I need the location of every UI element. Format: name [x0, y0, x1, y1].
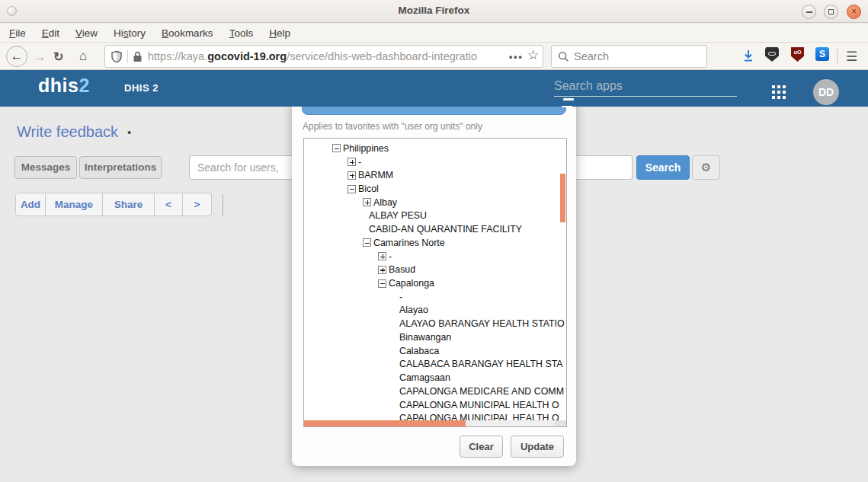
ublock-origin-icon[interactable]: uO	[791, 47, 804, 62]
tree-label[interactable]: Capalonga	[389, 278, 434, 289]
clear-button[interactable]: Clear	[460, 436, 503, 458]
tree-row[interactable]: CAPALONGA MEDICARE AND COMM	[332, 385, 566, 398]
dhis2-logo[interactable]: dhis2	[38, 75, 90, 97]
vertical-scrollbar-thumb[interactable]	[560, 174, 565, 222]
url-text[interactable]: https://kaya.gocovid-19.org/service/dhis…	[148, 50, 543, 62]
app-title: DHIS 2	[124, 82, 159, 94]
interpretations-button[interactable]: Interpretations	[79, 156, 162, 179]
tree-label[interactable]: Calabaca	[399, 346, 439, 356]
tree-label[interactable]: ALAYAO BARANGAY HEALTH STATIO	[399, 318, 565, 329]
home-button[interactable]: ⌂	[79, 49, 87, 64]
tree-label[interactable]: BARMM	[358, 170, 393, 180]
manage-button[interactable]: Manage	[46, 193, 103, 216]
horizontal-scrollbar[interactable]	[304, 420, 566, 426]
tree-row[interactable]: BARMM	[332, 168, 566, 182]
search-input[interactable]	[574, 50, 688, 62]
menu-hamburger-icon[interactable]: ☰	[846, 49, 861, 65]
tree-row[interactable]: Camarines Norte	[332, 236, 566, 250]
collapse-icon[interactable]	[348, 185, 356, 193]
tree-row[interactable]: Camagsaan	[332, 371, 566, 385]
extension-privacy-icon[interactable]	[765, 47, 779, 62]
tree-row[interactable]: CALABACA BARANGAY HEALTH STA	[332, 358, 566, 372]
tree-label[interactable]: Basud	[389, 264, 415, 275]
org-unit-tree[interactable]: Philippines - BARMM Bicol Albay ALBAY PE…	[303, 138, 567, 427]
tree-row[interactable]: ALBAY PESU	[332, 209, 566, 223]
expand-icon[interactable]	[378, 252, 386, 260]
tree-label[interactable]: CABID-AN QUARANTINE FACILITY	[369, 224, 522, 235]
search-icon	[558, 51, 569, 62]
tree-label[interactable]: Camarines Norte	[373, 238, 445, 248]
menu-bookmarks[interactable]: Bookmarks	[162, 27, 213, 39]
tree-row[interactable]: Albay	[332, 196, 566, 209]
search-bar[interactable]	[551, 45, 707, 68]
menu-history[interactable]: History	[114, 27, 146, 39]
tree-row[interactable]: Basud	[332, 263, 566, 276]
lock-icon[interactable]	[133, 51, 143, 62]
tree-row[interactable]: ALAYAO BARANGAY HEALTH STATIO	[332, 317, 566, 330]
collapse-icon[interactable]	[332, 144, 341, 152]
prev-button[interactable]: <	[155, 193, 183, 216]
tree-row[interactable]: Capalonga	[332, 276, 566, 290]
tree-label[interactable]: -	[358, 157, 361, 168]
tree-label[interactable]: Alayao	[399, 305, 428, 315]
expand-icon[interactable]	[348, 171, 356, 180]
menu-tools[interactable]: Tools	[229, 27, 254, 39]
back-button[interactable]: ←	[6, 46, 27, 67]
search-button[interactable]: Search	[636, 155, 690, 180]
expand-icon[interactable]	[363, 198, 371, 206]
menu-help[interactable]: Help	[269, 27, 290, 39]
tree-label[interactable]: -	[389, 251, 392, 262]
reload-button[interactable]: ↻	[53, 49, 63, 64]
tree-row[interactable]: Binawangan	[332, 330, 566, 344]
forward-button[interactable]: →	[34, 49, 46, 65]
tree-label[interactable]: Philippines	[343, 143, 389, 154]
tree-label[interactable]: Camagsaan	[399, 372, 450, 383]
tree-label[interactable]: CALABACA BARANGAY HEALTH STA	[399, 359, 563, 369]
tree-label[interactable]: -	[399, 292, 402, 302]
tracking-protection-shield-icon[interactable]	[111, 50, 123, 63]
tree-label[interactable]: CAPALONGA MUNICIPAL HEALTH O	[399, 400, 559, 410]
tree-label[interactable]: Binawangan	[399, 332, 451, 343]
page-title: Write feedback•	[17, 123, 131, 141]
expand-icon[interactable]	[378, 266, 386, 274]
settings-gear-button[interactable]: ⚙	[692, 155, 720, 180]
downloads-icon[interactable]	[741, 48, 756, 63]
tree-row[interactable]: -	[332, 290, 566, 304]
url-bar[interactable]: https://kaya.gocovid-19.org/service/dhis…	[104, 45, 543, 68]
tree-label[interactable]: CAPALONGA MEDICARE AND COMM	[399, 386, 564, 397]
tree-row[interactable]: -	[332, 155, 566, 169]
window-titlebar[interactable]: Mozilla Firefox ×	[0, 0, 868, 23]
tree-row[interactable]: CABID-AN QUARANTINE FACILITY	[332, 222, 566, 236]
collapse-icon[interactable]	[363, 238, 371, 247]
next-button[interactable]: >	[183, 193, 212, 216]
tree-row[interactable]: Philippines	[332, 142, 566, 155]
bookmark-star-icon[interactable]: ☆	[527, 47, 539, 63]
tree-row[interactable]: Calabaca	[332, 344, 566, 358]
horizontal-scrollbar-thumb[interactable]	[304, 420, 466, 426]
add-button[interactable]: Add	[15, 193, 46, 216]
tree-label[interactable]: ALBAY PESU	[369, 210, 427, 221]
expand-icon[interactable]	[348, 158, 356, 166]
tree-row[interactable]: CAPALONGA MUNICIPAL HEALTH O	[332, 398, 566, 412]
update-button[interactable]: Update	[511, 436, 564, 458]
close-button[interactable]: ×	[847, 5, 861, 19]
menu-edit[interactable]: Edit	[42, 27, 59, 39]
collapse-icon[interactable]	[378, 279, 386, 288]
tree-row[interactable]: -	[332, 250, 566, 263]
apps-grid-icon[interactable]	[772, 85, 786, 100]
tree-row[interactable]: Alayao	[332, 304, 566, 318]
tree-row[interactable]: Bicol	[332, 182, 566, 196]
share-button[interactable]: Share	[103, 193, 155, 216]
tree-label[interactable]: Albay	[373, 197, 397, 208]
menu-view[interactable]: View	[75, 27, 98, 39]
minimize-button[interactable]	[802, 5, 816, 19]
page-actions-icon[interactable]: •••	[509, 52, 524, 62]
messages-button[interactable]: Messages	[14, 156, 77, 179]
tree-label[interactable]: Bicol	[358, 184, 379, 194]
extension-stylus-icon[interactable]: S	[815, 47, 829, 61]
menu-file[interactable]: File	[9, 27, 26, 39]
apps-search-field[interactable]	[554, 79, 737, 97]
apps-search-input[interactable]	[554, 79, 737, 93]
avatar[interactable]: DD	[813, 79, 839, 105]
maximize-button[interactable]	[824, 5, 838, 19]
